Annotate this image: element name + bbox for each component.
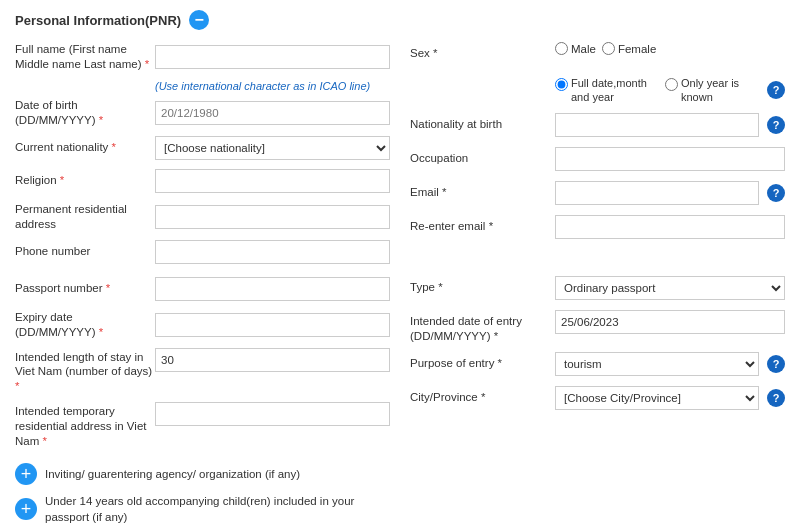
male-label: Male: [571, 43, 596, 55]
current-nationality-label: Current nationality *: [15, 140, 155, 155]
passport-right: Type * Ordinary passport Diplomatic pass…: [410, 276, 785, 458]
phone-label: Phone number: [15, 244, 155, 259]
re-email-input-wrap: [555, 215, 785, 239]
nationality-select[interactable]: [Choose nationality]: [155, 136, 390, 160]
collapse-button[interactable]: −: [189, 10, 209, 30]
re-email-required: *: [489, 220, 493, 232]
re-email-row: Re-enter email *: [410, 215, 785, 241]
religion-required: *: [60, 174, 64, 186]
nat-birth-help-icon[interactable]: ?: [767, 116, 785, 134]
purpose-help-icon[interactable]: ?: [767, 355, 785, 373]
expiry-input[interactable]: [155, 313, 390, 337]
city-select-wrap: [Choose City/Province] ?: [555, 386, 785, 410]
female-radio[interactable]: [602, 42, 615, 55]
dob-row: Date of birth (DD/MM/YYYY) *: [15, 98, 390, 128]
occupation-input[interactable]: [555, 147, 785, 171]
temp-addr-input-wrap: [155, 402, 390, 426]
sex-label: Sex *: [410, 42, 555, 61]
sex-options: Male Female: [555, 42, 785, 55]
section-title: Personal Information(PNR): [15, 13, 181, 28]
intended-date-row: Intended date of entry (DD/MM/YYYY) *: [410, 310, 785, 344]
dob-type-section: Full date,month and year Only year is kn…: [555, 76, 785, 105]
dob-type-help-icon[interactable]: ?: [767, 81, 785, 99]
city-help-icon[interactable]: ?: [767, 389, 785, 407]
intended-date-input[interactable]: [555, 310, 785, 334]
email-row: Email * ?: [410, 181, 785, 207]
current-nationality-row: Current nationality * [Choose nationalit…: [15, 136, 390, 160]
city-select[interactable]: [Choose City/Province]: [555, 386, 759, 410]
type-row: Type * Ordinary passport Diplomatic pass…: [410, 276, 785, 302]
phone-input[interactable]: [155, 240, 390, 264]
passport-num-required: *: [106, 282, 110, 294]
only-year-radio[interactable]: [665, 78, 678, 91]
passport-num-label: Passport number *: [15, 281, 155, 296]
full-date-radio[interactable]: [555, 78, 568, 91]
purpose-required: *: [498, 357, 502, 369]
length-row: Intended length of stay in Viet Nam (num…: [15, 348, 390, 395]
male-radio[interactable]: [555, 42, 568, 55]
dob-label: Date of birth (DD/MM/YYYY) *: [15, 98, 155, 128]
purpose-select-wrap: tourism business other ?: [555, 352, 785, 376]
religion-input[interactable]: [155, 169, 390, 193]
religion-row: Religion *: [15, 168, 390, 194]
nat-birth-input[interactable]: [555, 113, 759, 137]
city-required: *: [481, 391, 485, 403]
male-option[interactable]: Male: [555, 42, 596, 55]
email-help-icon[interactable]: ?: [767, 184, 785, 202]
type-select[interactable]: Ordinary passport Diplomatic passport Of…: [555, 276, 785, 300]
perm-addr-input[interactable]: [155, 205, 390, 229]
full-date-option[interactable]: Full date,month and year: [555, 76, 655, 105]
temp-addr-required: *: [42, 435, 46, 447]
email-required: *: [442, 186, 446, 198]
expiry-required: *: [99, 326, 103, 338]
left-column: Full name (First name Middle name Last n…: [15, 42, 390, 272]
occupation-label: Occupation: [410, 147, 555, 166]
female-option[interactable]: Female: [602, 42, 656, 55]
expiry-row: Expiry date (DD/MM/YYYY) *: [15, 310, 390, 340]
fullname-row: Full name (First name Middle name Last n…: [15, 42, 390, 72]
only-year-label: Only year is known: [681, 76, 753, 105]
purpose-select[interactable]: tourism business other: [555, 352, 759, 376]
phone-row: Phone number: [15, 240, 390, 264]
inviting-row: + Inviting/ guarentering agency/ organiz…: [15, 463, 785, 485]
passport-num-input-wrap: [155, 277, 390, 301]
purpose-label: Purpose of entry *: [410, 352, 555, 371]
right-column: Sex * Male Female: [410, 42, 785, 272]
fullname-label: Full name (First name Middle name Last n…: [15, 42, 155, 72]
occupation-row: Occupation: [410, 147, 785, 173]
fullname-required: *: [145, 58, 149, 70]
religion-input-wrap: [155, 169, 390, 193]
re-email-label: Re-enter email *: [410, 215, 555, 234]
temp-addr-row: Intended temporary residential address i…: [15, 402, 390, 449]
female-label: Female: [618, 43, 656, 55]
passport-num-row: Passport number *: [15, 276, 390, 302]
phone-input-wrap: [155, 240, 390, 264]
fullname-input[interactable]: [155, 45, 390, 69]
length-required: *: [15, 380, 19, 392]
passport-section: Passport number * Expiry date (DD/MM/YYY…: [15, 276, 785, 458]
length-input-wrap: [155, 348, 390, 372]
under14-add-button[interactable]: +: [15, 498, 37, 520]
inviting-label: Inviting/ guarentering agency/ organizat…: [45, 466, 300, 482]
re-email-input[interactable]: [555, 215, 785, 239]
purpose-row: Purpose of entry * tourism business othe…: [410, 352, 785, 378]
under14-label: Under 14 years old accompanying child(re…: [45, 493, 365, 525]
passport-left: Passport number * Expiry date (DD/MM/YYY…: [15, 276, 390, 458]
dob-input[interactable]: [155, 101, 390, 125]
length-label: Intended length of stay in Viet Nam (num…: [15, 348, 155, 395]
passport-num-input[interactable]: [155, 277, 390, 301]
fullname-input-wrap: [155, 45, 390, 69]
email-label: Email *: [410, 181, 555, 200]
only-year-option[interactable]: Only year is known: [665, 76, 753, 105]
inviting-add-button[interactable]: +: [15, 463, 37, 485]
dob-input-wrap: [155, 101, 390, 125]
email-input[interactable]: [555, 181, 759, 205]
length-input[interactable]: [155, 348, 390, 372]
nat-birth-input-wrap: ?: [555, 113, 785, 137]
perm-addr-label: Permanent residential address: [15, 202, 155, 232]
temp-addr-input[interactable]: [155, 402, 390, 426]
dob-required: *: [99, 114, 103, 126]
full-date-label: Full date,month and year: [571, 76, 655, 105]
expiry-label: Expiry date (DD/MM/YYYY) *: [15, 310, 155, 340]
nationality-select-wrap: [Choose nationality]: [155, 136, 390, 160]
